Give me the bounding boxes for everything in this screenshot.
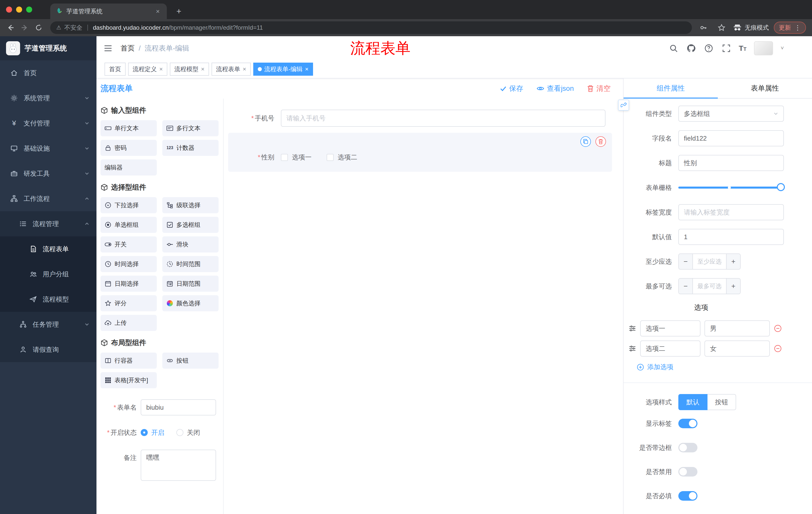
- canvas-field-gender-selected[interactable]: *性别 选项一 选项二: [228, 133, 612, 172]
- slider-handle[interactable]: [777, 183, 785, 191]
- bookmark-star-icon[interactable]: [715, 21, 728, 34]
- component-type-select[interactable]: 多选框组: [678, 106, 784, 122]
- tab-component-props[interactable]: 组件属性: [624, 78, 718, 98]
- tag-close-icon[interactable]: ×: [201, 65, 204, 73]
- palette-item-multi-line-text[interactable]: 多行文本: [162, 120, 219, 136]
- palette-item-password[interactable]: 密码: [100, 140, 157, 156]
- password-key-icon[interactable]: [697, 21, 710, 34]
- radio-open[interactable]: 开启: [141, 428, 164, 437]
- font-size-icon[interactable]: TT: [739, 44, 747, 53]
- sidebar-collapse-icon[interactable]: [103, 43, 114, 54]
- reload-icon[interactable]: [32, 21, 45, 34]
- tag-process-form-edit[interactable]: 流程表单-编辑 ×: [253, 63, 313, 76]
- show-label-switch[interactable]: [678, 419, 697, 428]
- palette-item-date-picker[interactable]: 日期选择: [100, 276, 157, 292]
- sidebar-logo[interactable]: 芋道管理系统: [0, 36, 96, 60]
- default-value-input[interactable]: [678, 229, 784, 245]
- palette-item-slider[interactable]: 滑块: [162, 236, 219, 252]
- sidebar-item-workflow[interactable]: 工作流程: [0, 186, 96, 211]
- palette-item-upload[interactable]: 上传: [100, 315, 157, 331]
- checkbox-box[interactable]: [281, 154, 288, 161]
- field-name-input[interactable]: [678, 130, 784, 146]
- tag-process-model[interactable]: 流程模型 ×: [170, 63, 209, 76]
- palette-item-checkbox-group[interactable]: 多选框组: [162, 217, 219, 233]
- breadcrumb-home[interactable]: 首页: [121, 44, 135, 53]
- label-width-input[interactable]: [678, 204, 784, 220]
- remove-option-icon[interactable]: [774, 345, 782, 353]
- browser-update-button[interactable]: 更新 ⋮: [774, 22, 806, 34]
- option-name-input[interactable]: [640, 320, 700, 336]
- tag-close-icon[interactable]: ×: [243, 65, 246, 73]
- option-name-input[interactable]: [640, 341, 700, 357]
- add-option-button[interactable]: 添加选项: [637, 362, 812, 372]
- sidebar-item-leave-query[interactable]: 请假查询: [0, 337, 96, 362]
- disabled-switch[interactable]: [678, 467, 697, 477]
- user-avatar[interactable]: [754, 41, 773, 55]
- window-close-button[interactable]: [6, 6, 12, 12]
- window-zoom-button[interactable]: [26, 6, 32, 12]
- border-switch[interactable]: [678, 443, 697, 452]
- sidebar-item-payment[interactable]: ¥ 支付管理: [0, 111, 96, 136]
- sidebar-item-process-form[interactable]: 流程表单: [0, 236, 96, 262]
- tag-process-form[interactable]: 流程表单 ×: [211, 63, 251, 76]
- sidebar-item-system[interactable]: 系统管理: [0, 85, 96, 111]
- delete-component-button[interactable]: [596, 136, 606, 147]
- palette-item-table[interactable]: 表格[开发中]: [100, 372, 157, 388]
- palette-item-date-range[interactable]: 日期范围: [162, 276, 219, 292]
- clear-button[interactable]: 清空: [587, 84, 610, 93]
- palette-item-counter[interactable]: 123 计数器: [162, 140, 219, 156]
- max-select-value[interactable]: 最多可选: [693, 279, 726, 294]
- option-value-input[interactable]: [704, 320, 770, 336]
- tag-process-definition[interactable]: 流程定义 ×: [128, 63, 167, 76]
- fullscreen-icon[interactable]: [721, 43, 731, 53]
- remove-option-icon[interactable]: [774, 324, 782, 332]
- copy-component-button[interactable]: [580, 136, 591, 147]
- github-icon[interactable]: [686, 43, 696, 53]
- checkbox-option-2[interactable]: 选项二: [327, 153, 357, 162]
- sidebar-item-home[interactable]: 首页: [0, 60, 96, 85]
- view-json-button[interactable]: 查看json: [536, 84, 574, 93]
- palette-item-radio-group[interactable]: 单选框组: [100, 217, 157, 233]
- checkbox-box[interactable]: [327, 154, 334, 161]
- search-icon[interactable]: [669, 43, 678, 53]
- sidebar-item-devtools[interactable]: 研发工具: [0, 161, 96, 186]
- grid-slider[interactable]: [678, 180, 784, 196]
- help-icon[interactable]: [704, 43, 714, 53]
- window-minimize-button[interactable]: [16, 6, 22, 12]
- title-input[interactable]: [678, 155, 784, 171]
- drag-handle-icon[interactable]: [629, 325, 636, 332]
- tab-close-icon[interactable]: ×: [154, 7, 162, 15]
- tag-home[interactable]: 首页: [105, 63, 126, 76]
- palette-item-switch[interactable]: 开关: [100, 236, 157, 252]
- palette-item-rate[interactable]: 评分: [100, 295, 157, 311]
- palette-item-editor[interactable]: 编辑器: [100, 159, 157, 175]
- palette-item-select[interactable]: 下拉选择: [100, 197, 157, 213]
- address-bar[interactable]: ⚠ 不安全 dashboard.yudao.iocoder.cn/bpm/man…: [50, 21, 692, 34]
- back-icon[interactable]: [4, 21, 17, 34]
- tag-close-icon[interactable]: ×: [159, 65, 163, 73]
- form-remark-textarea[interactable]: 嘿嘿: [141, 450, 216, 481]
- browser-tab[interactable]: 芋道管理系统 ×: [50, 3, 167, 19]
- stepper-plus-button[interactable]: +: [726, 279, 740, 294]
- new-tab-button[interactable]: +: [174, 6, 184, 16]
- palette-item-time-range[interactable]: 时间范围: [162, 256, 219, 272]
- style-button-button[interactable]: 按钮: [707, 394, 736, 410]
- browser-menu-kebab-icon[interactable]: ⋮: [794, 24, 801, 32]
- checkbox-option-1[interactable]: 选项一: [281, 153, 312, 162]
- option-value-input[interactable]: [704, 341, 770, 357]
- stepper-minus-button[interactable]: −: [679, 254, 693, 269]
- stepper-plus-button[interactable]: +: [726, 254, 740, 269]
- slider-track[interactable]: [678, 187, 784, 189]
- link-button[interactable]: [618, 100, 629, 111]
- required-switch[interactable]: [678, 491, 697, 501]
- min-select-value[interactable]: 至少应选: [693, 254, 726, 269]
- drag-handle-icon[interactable]: [629, 345, 636, 352]
- style-default-button[interactable]: 默认: [678, 394, 707, 410]
- stepper-minus-button[interactable]: −: [679, 279, 693, 294]
- forward-icon[interactable]: [18, 21, 31, 34]
- canvas-field-phone[interactable]: *手机号: [228, 110, 612, 127]
- palette-item-cascader[interactable]: 级联选择: [162, 197, 219, 213]
- palette-item-button[interactable]: 按钮: [162, 353, 219, 369]
- sidebar-item-process-model[interactable]: 流程模型: [0, 287, 96, 312]
- sidebar-item-process-management[interactable]: 流程管理: [0, 211, 96, 236]
